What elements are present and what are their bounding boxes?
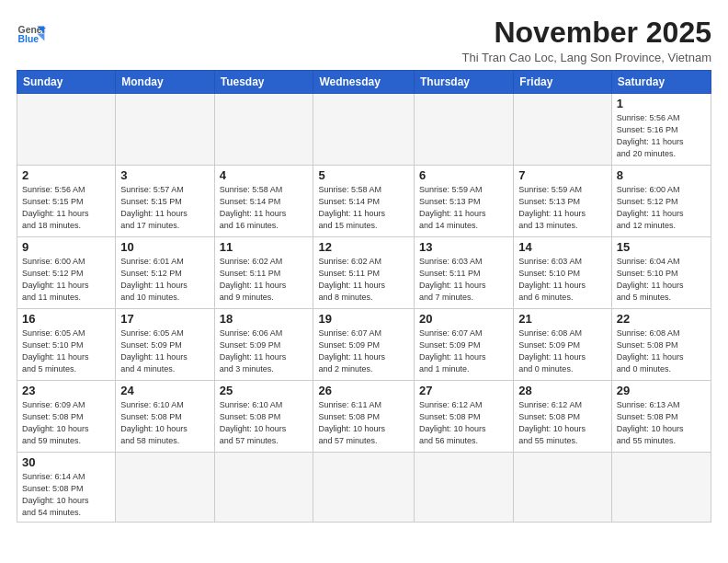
day-number: 25: [220, 384, 309, 397]
calendar-cell: [415, 94, 514, 166]
calendar-cell: 15Sunrise: 6:04 AM Sunset: 5:10 PM Dayli…: [611, 237, 711, 309]
day-info: Sunrise: 5:57 AM Sunset: 5:15 PM Dayligh…: [120, 184, 209, 232]
calendar-cell: 9Sunrise: 6:00 AM Sunset: 5:12 PM Daylig…: [17, 237, 116, 309]
day-number: 13: [419, 240, 508, 254]
calendar-cell: 12Sunrise: 6:02 AM Sunset: 5:11 PM Dayli…: [313, 237, 415, 309]
day-number: 16: [22, 312, 110, 326]
calendar-cell: [116, 453, 214, 523]
calendar-cell: 13Sunrise: 6:03 AM Sunset: 5:11 PM Dayli…: [415, 237, 514, 309]
day-info: Sunrise: 5:56 AM Sunset: 5:16 PM Dayligh…: [617, 112, 706, 160]
weekday-tuesday: Tuesday: [214, 71, 313, 94]
calendar-cell: 6Sunrise: 5:59 AM Sunset: 5:13 PM Daylig…: [415, 166, 514, 237]
day-info: Sunrise: 6:01 AM Sunset: 5:12 PM Dayligh…: [120, 256, 209, 304]
day-number: 18: [220, 312, 309, 326]
day-number: 17: [120, 312, 209, 326]
day-info: Sunrise: 6:06 AM Sunset: 5:09 PM Dayligh…: [220, 327, 309, 375]
day-number: 23: [22, 384, 110, 397]
day-info: Sunrise: 6:02 AM Sunset: 5:11 PM Dayligh…: [318, 256, 409, 304]
calendar-cell: 22Sunrise: 6:08 AM Sunset: 5:08 PM Dayli…: [611, 309, 711, 381]
calendar-cell: 27Sunrise: 6:12 AM Sunset: 5:08 PM Dayli…: [415, 381, 514, 453]
day-info: Sunrise: 6:10 AM Sunset: 5:08 PM Dayligh…: [220, 399, 309, 447]
calendar-cell: 24Sunrise: 6:10 AM Sunset: 5:08 PM Dayli…: [116, 381, 214, 453]
calendar-cell: [17, 94, 116, 166]
calendar-cell: [514, 94, 612, 166]
day-number: 4: [220, 168, 309, 182]
day-info: Sunrise: 6:04 AM Sunset: 5:10 PM Dayligh…: [617, 256, 706, 304]
calendar-cell: 4Sunrise: 5:58 AM Sunset: 5:14 PM Daylig…: [214, 166, 313, 237]
logo-icon: General Blue: [17, 20, 46, 50]
day-info: Sunrise: 5:56 AM Sunset: 5:15 PM Dayligh…: [22, 184, 110, 232]
calendar-cell: 10Sunrise: 6:01 AM Sunset: 5:12 PM Dayli…: [116, 237, 214, 309]
day-info: Sunrise: 6:12 AM Sunset: 5:08 PM Dayligh…: [518, 399, 607, 447]
day-info: Sunrise: 6:00 AM Sunset: 5:12 PM Dayligh…: [22, 256, 110, 304]
day-number: 24: [120, 384, 209, 397]
day-number: 19: [318, 312, 409, 326]
calendar-cell: 20Sunrise: 6:07 AM Sunset: 5:09 PM Dayli…: [415, 309, 514, 381]
page: General Blue November 2025 Thi Tran Cao …: [0, 0, 728, 532]
day-number: 5: [318, 168, 409, 182]
weekday-monday: Monday: [116, 71, 214, 94]
day-number: 15: [617, 240, 706, 254]
calendar-cell: 21Sunrise: 6:08 AM Sunset: 5:09 PM Dayli…: [514, 309, 612, 381]
calendar-cell: [214, 94, 313, 166]
day-number: 20: [419, 312, 508, 326]
day-number: 11: [220, 240, 309, 254]
calendar-week-3: 16Sunrise: 6:05 AM Sunset: 5:10 PM Dayli…: [17, 309, 711, 381]
day-info: Sunrise: 5:58 AM Sunset: 5:14 PM Dayligh…: [318, 184, 409, 232]
day-info: Sunrise: 6:10 AM Sunset: 5:08 PM Dayligh…: [120, 399, 209, 447]
calendar-cell: [514, 453, 612, 523]
day-number: 2: [22, 168, 110, 182]
day-info: Sunrise: 6:03 AM Sunset: 5:10 PM Dayligh…: [518, 256, 607, 304]
day-info: Sunrise: 6:11 AM Sunset: 5:08 PM Dayligh…: [318, 399, 409, 447]
calendar-header: SundayMondayTuesdayWednesdayThursdayFrid…: [17, 71, 711, 94]
weekday-sunday: Sunday: [17, 71, 116, 94]
day-number: 3: [120, 168, 209, 182]
day-number: 1: [617, 97, 706, 110]
calendar-cell: [313, 453, 415, 523]
calendar-week-2: 9Sunrise: 6:00 AM Sunset: 5:12 PM Daylig…: [17, 237, 711, 309]
day-number: 6: [419, 168, 508, 182]
calendar-cell: [415, 453, 514, 523]
svg-text:Blue: Blue: [18, 34, 40, 44]
day-info: Sunrise: 5:58 AM Sunset: 5:14 PM Dayligh…: [220, 184, 309, 232]
day-info: Sunrise: 6:03 AM Sunset: 5:11 PM Dayligh…: [419, 256, 508, 304]
day-number: 21: [518, 312, 607, 326]
calendar-cell: 11Sunrise: 6:02 AM Sunset: 5:11 PM Dayli…: [214, 237, 313, 309]
day-number: 26: [318, 384, 409, 397]
calendar-cell: [611, 453, 711, 523]
month-title: November 2025: [462, 17, 711, 49]
day-info: Sunrise: 5:59 AM Sunset: 5:13 PM Dayligh…: [518, 184, 607, 232]
day-info: Sunrise: 6:08 AM Sunset: 5:09 PM Dayligh…: [518, 327, 607, 375]
day-info: Sunrise: 6:07 AM Sunset: 5:09 PM Dayligh…: [318, 327, 409, 375]
weekday-wednesday: Wednesday: [313, 71, 415, 94]
calendar-cell: [116, 94, 214, 166]
location: Thi Tran Cao Loc, Lang Son Province, Vie…: [462, 51, 711, 64]
day-number: 8: [617, 168, 706, 182]
calendar-week-5: 30Sunrise: 6:14 AM Sunset: 5:08 PM Dayli…: [17, 453, 711, 523]
calendar-cell: [214, 453, 313, 523]
day-info: Sunrise: 6:07 AM Sunset: 5:09 PM Dayligh…: [419, 327, 508, 375]
day-number: 7: [518, 168, 607, 182]
day-info: Sunrise: 5:59 AM Sunset: 5:13 PM Dayligh…: [419, 184, 508, 232]
day-info: Sunrise: 6:09 AM Sunset: 5:08 PM Dayligh…: [22, 399, 110, 447]
calendar-cell: 7Sunrise: 5:59 AM Sunset: 5:13 PM Daylig…: [514, 166, 612, 237]
calendar-cell: 28Sunrise: 6:12 AM Sunset: 5:08 PM Dayli…: [514, 381, 612, 453]
calendar-cell: 16Sunrise: 6:05 AM Sunset: 5:10 PM Dayli…: [17, 309, 116, 381]
weekday-thursday: Thursday: [415, 71, 514, 94]
day-number: 14: [518, 240, 607, 254]
calendar-table: SundayMondayTuesdayWednesdayThursdayFrid…: [17, 70, 711, 523]
title-block: November 2025 Thi Tran Cao Loc, Lang Son…: [462, 17, 711, 64]
day-info: Sunrise: 6:13 AM Sunset: 5:08 PM Dayligh…: [617, 399, 706, 447]
calendar-cell: 29Sunrise: 6:13 AM Sunset: 5:08 PM Dayli…: [611, 381, 711, 453]
day-number: 29: [617, 384, 706, 397]
header: General Blue November 2025 Thi Tran Cao …: [17, 17, 711, 64]
calendar-cell: 23Sunrise: 6:09 AM Sunset: 5:08 PM Dayli…: [17, 381, 116, 453]
calendar-cell: 30Sunrise: 6:14 AM Sunset: 5:08 PM Dayli…: [17, 453, 116, 523]
calendar-cell: 26Sunrise: 6:11 AM Sunset: 5:08 PM Dayli…: [313, 381, 415, 453]
calendar-cell: 3Sunrise: 5:57 AM Sunset: 5:15 PM Daylig…: [116, 166, 214, 237]
calendar-cell: 8Sunrise: 6:00 AM Sunset: 5:12 PM Daylig…: [611, 166, 711, 237]
day-info: Sunrise: 6:14 AM Sunset: 5:08 PM Dayligh…: [22, 471, 110, 519]
day-info: Sunrise: 6:00 AM Sunset: 5:12 PM Dayligh…: [617, 184, 706, 232]
day-number: 12: [318, 240, 409, 254]
day-info: Sunrise: 6:05 AM Sunset: 5:09 PM Dayligh…: [120, 327, 209, 375]
